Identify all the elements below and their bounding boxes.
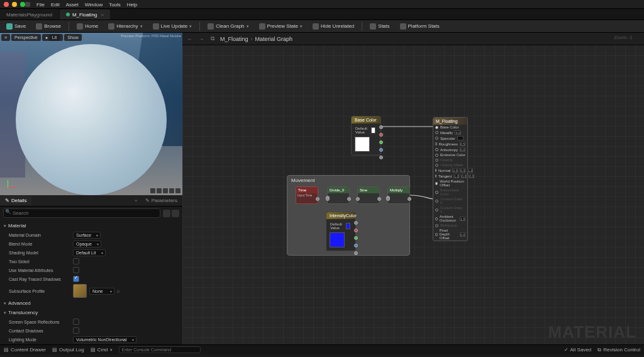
result-pin[interactable]: Emissive Color [433, 152, 467, 157]
hierarchy-button[interactable]: Hierarchy▾ [106, 22, 145, 31]
tab-details[interactable]: ✎Details [0, 196, 31, 205]
result-pin[interactable]: Tangent1.00.00.0 [433, 173, 467, 179]
output-pin[interactable] [347, 197, 351, 201]
input-pin[interactable] [386, 197, 390, 201]
plane-button[interactable] [163, 188, 168, 193]
live-update-button[interactable]: Live Update▾ [150, 22, 195, 31]
revision-control-button[interactable]: ⧉Revision Control [597, 347, 640, 353]
input-pin[interactable] [435, 159, 438, 162]
content-drawer-button[interactable]: ▤Content Drawer [4, 347, 46, 353]
result-pin[interactable]: Subsurface Color [433, 188, 467, 196]
home-button[interactable]: Home [74, 22, 101, 31]
result-pin[interactable]: Metallic0.0 [433, 130, 467, 135]
mesh-button[interactable] [175, 188, 180, 193]
input-pin[interactable] [435, 148, 438, 151]
filter-icon[interactable] [163, 210, 170, 217]
menu-window[interactable]: Window [85, 2, 103, 8]
pin-value[interactable]: 0.0 [460, 168, 465, 173]
tab-materials-playground[interactable]: MaterialsPlayground [0, 9, 58, 20]
color-swatch[interactable] [346, 223, 350, 229]
output-pin[interactable] [354, 221, 358, 225]
show-button[interactable]: Show [64, 34, 82, 41]
pin-value[interactable]: 0.5 [460, 142, 465, 146]
save-button[interactable]: Save [4, 22, 28, 31]
console-input[interactable] [119, 346, 201, 353]
input-pin[interactable] [435, 224, 438, 227]
result-pin[interactable]: Specular [433, 135, 467, 141]
maximize-window-icon[interactable] [20, 2, 25, 7]
close-window-icon[interactable] [4, 2, 9, 7]
result-pin[interactable]: Base Color [433, 125, 467, 130]
category-material[interactable]: Material [3, 221, 180, 230]
material-domain-dropdown[interactable]: Surface [73, 232, 101, 239]
nav-forward-button[interactable]: → [197, 35, 205, 43]
result-pin[interactable]: Pixel Depth Offset0.0 [433, 228, 467, 241]
shading-model-dropdown[interactable]: Default Lit [73, 249, 106, 256]
pin-value[interactable]: 0.0 [455, 130, 461, 135]
input-pin[interactable] [435, 174, 436, 178]
pin-value[interactable]: 1.0 [467, 168, 473, 173]
menu-asset[interactable]: Asset [66, 2, 79, 8]
ssr-checkbox[interactable] [73, 319, 79, 325]
input-pin[interactable] [435, 233, 438, 236]
platform-stats-button[interactable]: Platform Stats [397, 22, 442, 31]
lighting-mode-dropdown[interactable]: Volumetric NonDirectional [73, 336, 136, 343]
result-pin[interactable]: Anisotropy0.0 [433, 147, 467, 152]
menu-help[interactable]: Help [127, 2, 137, 8]
category-advanced[interactable]: Advanced [3, 298, 180, 308]
result-pin[interactable]: Normal0.00.01.0 [433, 167, 467, 173]
window-controls[interactable] [4, 2, 25, 7]
input-pin[interactable] [435, 182, 438, 185]
asset-thumb[interactable] [73, 284, 87, 298]
pin-value[interactable] [457, 136, 464, 140]
nav-back-button[interactable]: ← [186, 35, 194, 43]
use-material-attributes-checkbox[interactable] [73, 267, 79, 273]
material-graph[interactable]: Base Color Default Value Movement Time I… [182, 45, 644, 344]
minimize-window-icon[interactable] [12, 2, 17, 7]
lit-button[interactable]: ● Lit [42, 34, 64, 41]
node-time[interactable]: Time Input Time [296, 186, 318, 204]
input-pin[interactable] [435, 169, 436, 172]
details-panel[interactable]: Material Material DomainSurface Blend Mo… [0, 220, 182, 344]
tab-parameters[interactable]: ✎Parameters [140, 196, 182, 205]
output-pin-r[interactable] [354, 229, 358, 232]
clean-graph-button[interactable]: Clean Graph▾ [205, 22, 251, 31]
output-pin[interactable] [377, 197, 381, 201]
output-pin-b[interactable] [354, 244, 358, 247]
result-pin[interactable]: Opacity [433, 157, 467, 162]
result-pin[interactable]: Opacity Mask [433, 162, 467, 167]
result-pin[interactable]: World Position Offset [433, 179, 467, 188]
pin-value[interactable]: 0.0 [460, 147, 465, 152]
category-translucency[interactable]: Translucency [3, 308, 180, 317]
input-pin[interactable] [435, 126, 438, 129]
cmd-button[interactable]: ▤Cmd▾ [91, 347, 113, 353]
search-input[interactable] [3, 208, 160, 218]
pin-value[interactable]: 0.0 [452, 168, 458, 173]
output-log-button[interactable]: ▤Output Log [52, 347, 84, 353]
menu-tools[interactable]: Tools [109, 2, 121, 8]
preview-state-button[interactable]: Preview State▾ [257, 22, 305, 31]
output-pin-b[interactable] [379, 148, 383, 152]
node-sine[interactable]: Sine [357, 186, 380, 204]
input-pin[interactable] [435, 142, 437, 145]
input-pin[interactable] [435, 164, 438, 167]
cast-ray-traced-shadows-checkbox[interactable] [73, 276, 79, 282]
input-pin[interactable] [435, 131, 438, 134]
node-multiply[interactable]: Multiply [387, 186, 410, 204]
result-pin[interactable]: Refraction [433, 223, 467, 228]
menu-edit[interactable]: Edit [51, 2, 60, 8]
subsurface-profile-dropdown[interactable]: None [89, 288, 114, 295]
output-pin-r[interactable] [379, 133, 383, 137]
input-pin[interactable] [435, 200, 438, 203]
input-pin[interactable] [356, 197, 360, 201]
cube-button[interactable] [169, 188, 174, 193]
comment-title[interactable]: Movement [287, 176, 409, 185]
result-pin[interactable]: Custom Data 1 [433, 205, 467, 214]
close-tab-icon[interactable]: × [101, 12, 104, 18]
output-pin-a[interactable] [354, 251, 358, 255]
output-pin[interactable] [316, 197, 319, 201]
hide-unrelated-button[interactable]: Hide Unrelated [310, 22, 357, 31]
crumb-leaf[interactable]: Material Graph [255, 36, 293, 42]
browse-asset-icon[interactable]: ⌂ [117, 289, 119, 293]
pin-value[interactable]: 0.0 [460, 232, 465, 237]
